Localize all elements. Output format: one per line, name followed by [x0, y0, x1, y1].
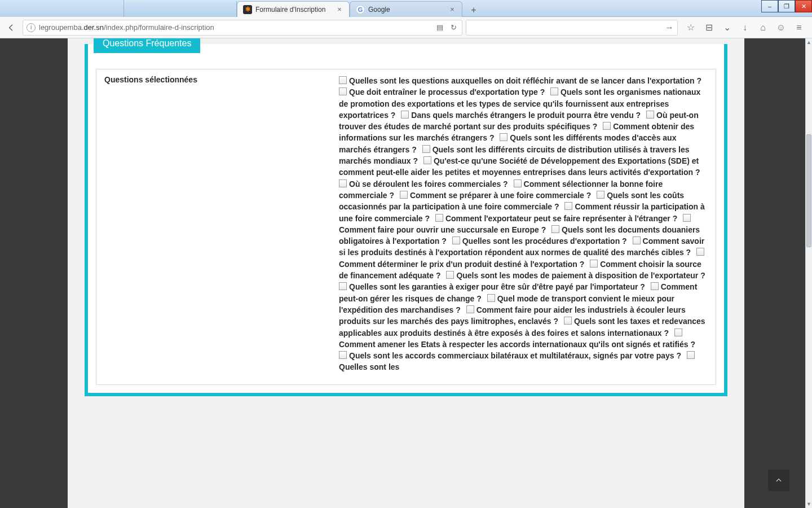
favicon-icon: ✱	[243, 5, 252, 14]
question-checkbox[interactable]	[435, 214, 443, 222]
hamburger-menu-icon[interactable]: ≡	[794, 23, 804, 33]
question-item: Que doit entraîner le processus d'export…	[339, 87, 545, 97]
pocket-icon[interactable]: ⌄	[722, 23, 732, 33]
browser-tab-inactive[interactable]: G Google ×	[350, 1, 462, 17]
question-checkbox[interactable]	[339, 179, 347, 187]
url-path: /index.php/formulaire-d-inscription	[104, 23, 214, 32]
home-icon[interactable]: ⌂	[758, 23, 768, 33]
browser-navbar: i legroupemba.der.sn/index.php/formulair…	[0, 17, 812, 38]
question-checkbox[interactable]	[466, 305, 474, 313]
question-checkbox[interactable]	[452, 237, 460, 244]
search-input[interactable]: →	[466, 20, 678, 36]
tabstrip-spacer	[0, 0, 124, 17]
back-to-top-button[interactable]	[768, 470, 789, 491]
question-item: Quels sont les accords commerciaux bilat…	[339, 351, 681, 360]
question-checkbox[interactable]	[603, 122, 611, 130]
question-item: Dans quels marchés étrangers le produit …	[401, 111, 641, 120]
search-go-icon[interactable]: →	[665, 23, 674, 33]
window-minimize-button[interactable]: –	[761, 0, 778, 12]
scrollbar-thumb[interactable]	[806, 134, 811, 247]
faq-form: Questions sélectionnées Quelles sont les…	[96, 69, 716, 385]
page-viewport: Questions Fréquentes Questions sélection…	[0, 38, 812, 508]
question-checkbox[interactable]	[550, 87, 558, 95]
question-checkbox[interactable]	[646, 111, 654, 119]
question-checkbox[interactable]	[590, 260, 598, 268]
question-label: Où se déroulent les foires commerciales …	[349, 179, 508, 189]
question-checkbox[interactable]	[401, 111, 409, 119]
window-close-button[interactable]: ✕	[795, 0, 812, 12]
question-label: Comment l'exportateur peut se faire repr…	[445, 214, 677, 223]
question-checkbox[interactable]	[423, 156, 431, 164]
question-item: Quelles sont les garanties à exiger pour…	[339, 282, 645, 291]
question-checkbox[interactable]	[597, 191, 604, 199]
question-checkbox[interactable]	[683, 214, 691, 222]
question-checkbox[interactable]	[651, 282, 659, 290]
chat-icon[interactable]: ☺	[776, 23, 786, 33]
url-prefix: legroupemba.	[39, 23, 84, 32]
window-maximize-button[interactable]: ❐	[778, 0, 795, 12]
page-content: Questions Fréquentes Questions sélection…	[68, 38, 744, 508]
new-tab-button[interactable]: +	[466, 3, 482, 17]
question-item: Quelles sont les questions auxquelles on…	[339, 76, 701, 85]
question-label: Dans quels marchés étrangers le produit …	[411, 111, 641, 120]
tab-label: Formulaire d'Inscription	[255, 6, 332, 14]
question-label: Que doit entraîner le processus d'export…	[349, 87, 545, 97]
question-label: Comment faire pour ouvrir une succursale…	[339, 225, 546, 234]
question-checkbox[interactable]	[500, 133, 508, 141]
site-info-icon[interactable]: i	[27, 23, 36, 32]
question-checkbox[interactable]	[487, 294, 495, 302]
question-label: Quelles sont les	[339, 362, 399, 371]
scrollbar-up-arrow-icon[interactable]: ▲	[806, 38, 812, 46]
window-titlebar: ✱ Formulaire d'Inscription × G Google × …	[0, 0, 812, 17]
question-checkbox[interactable]	[514, 179, 522, 187]
downloads-icon[interactable]: ↓	[740, 23, 750, 33]
url-input[interactable]: i legroupemba.der.sn/index.php/formulair…	[23, 20, 462, 36]
tabstrip-spacer-2	[124, 1, 237, 17]
favicon-icon: G	[356, 5, 365, 14]
tab-strip: ✱ Formulaire d'Inscription × G Google × …	[0, 0, 812, 17]
question-checkbox[interactable]	[339, 351, 347, 359]
question-checkbox[interactable]	[564, 317, 572, 325]
question-item: Où se déroulent les foires commerciales …	[339, 179, 508, 189]
question-checkbox[interactable]	[687, 351, 695, 359]
question-checkbox[interactable]	[339, 87, 347, 95]
question-label: Quelles sont les questions auxquelles on…	[349, 76, 701, 85]
bookmark-star-icon[interactable]: ☆	[686, 23, 696, 33]
reload-icon[interactable]: ↻	[448, 23, 458, 32]
question-checkbox[interactable]	[633, 237, 641, 244]
nav-back-button[interactable]	[3, 20, 19, 36]
faq-panel: Questions Fréquentes Questions sélection…	[85, 44, 727, 396]
left-column-label: Questions sélectionnées	[102, 75, 339, 373]
question-checkbox[interactable]	[696, 248, 704, 256]
question-item: Comment l'exportateur peut se faire repr…	[435, 214, 677, 223]
question-label: Comment amener les Etats à respecter les…	[339, 340, 695, 349]
page-scroll: Questions Fréquentes Questions sélection…	[0, 38, 812, 508]
question-label: Comment se préparer à une foire commerci…	[410, 191, 591, 200]
url-text: legroupemba.der.sn/index.php/formulaire-…	[39, 23, 431, 32]
scrollbar-down-arrow-icon[interactable]: ▼	[806, 500, 812, 508]
question-label: Quelles sont les garanties à exiger pour…	[349, 282, 645, 291]
question-item: Comment se préparer à une foire commerci…	[400, 191, 591, 200]
tab-close-button[interactable]: ×	[336, 6, 343, 14]
toolbar-icons: ☆ ⊟ ⌄ ↓ ⌂ ☺ ≡	[681, 23, 809, 33]
question-checkbox[interactable]	[551, 225, 559, 233]
tab-label: Google	[368, 6, 445, 14]
question-label: Quels sont les modes de paiement à dispo…	[456, 271, 705, 280]
window-buttons: – ❐ ✕	[761, 0, 812, 12]
question-checkbox[interactable]	[446, 271, 454, 279]
vertical-scrollbar[interactable]: ▲ ▼	[805, 38, 812, 508]
question-item: Quelles sont les procédures d'exportatio…	[452, 237, 627, 246]
question-label: Quelles sont les procédures d'exportatio…	[462, 237, 627, 246]
browser-tab-active[interactable]: ✱ Formulaire d'Inscription ×	[237, 1, 350, 17]
library-icon[interactable]: ⊟	[704, 23, 714, 33]
question-checkbox[interactable]	[674, 329, 682, 336]
question-label: Quels sont les accords commerciaux bilat…	[349, 351, 681, 360]
question-checkbox[interactable]	[564, 202, 572, 210]
question-checkbox[interactable]	[339, 76, 347, 84]
url-host: der.sn	[84, 23, 104, 32]
tab-close-button[interactable]: ×	[448, 6, 456, 14]
reader-mode-icon[interactable]: ▤	[435, 23, 445, 32]
question-checkbox[interactable]	[400, 191, 408, 199]
question-checkbox[interactable]	[339, 282, 347, 290]
question-checkbox[interactable]	[422, 145, 430, 153]
